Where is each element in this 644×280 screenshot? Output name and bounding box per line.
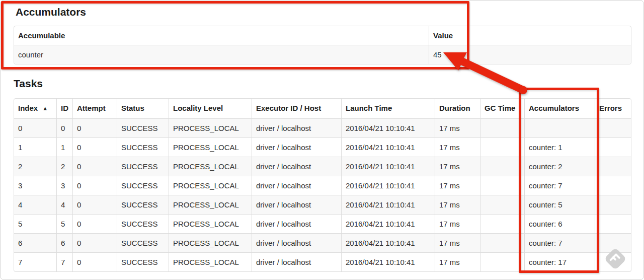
column-header-executor-id-host[interactable]: Executor ID / Host: [252, 99, 341, 118]
column-header-accumulable[interactable]: Accumulable: [14, 26, 429, 45]
accumulable-table: AccumulableValuecounter45: [14, 26, 631, 64]
column-header-launch-time[interactable]: Launch Time: [341, 99, 435, 118]
table-cell: [595, 137, 631, 157]
page-content: Accumulators AccumulableValuecounter45 T…: [1, 6, 643, 272]
column-header-status[interactable]: Status: [117, 99, 169, 118]
table-cell: 2016/04/21 10:10:41: [341, 118, 435, 137]
table-cell: SUCCESS: [117, 176, 169, 195]
table-header-row: AccumulableValue: [14, 26, 631, 45]
table-cell: [595, 233, 631, 252]
table-cell: 2016/04/21 10:10:41: [341, 195, 435, 214]
table-cell: 1: [14, 137, 56, 157]
table-cell: 0: [14, 118, 56, 137]
table-cell: driver / localhost: [252, 233, 341, 252]
table-cell: driver / localhost: [252, 214, 341, 233]
table-cell: 0: [72, 214, 117, 233]
table-cell: 2016/04/21 10:10:41: [341, 233, 435, 252]
table-cell: 2016/04/21 10:10:41: [341, 137, 435, 157]
table-cell: 0: [72, 195, 117, 214]
column-header-id[interactable]: ID: [56, 99, 72, 118]
table-cell: SUCCESS: [117, 252, 169, 271]
spark-ui-page: Accumulators AccumulableValuecounter45 T…: [0, 0, 644, 280]
table-cell: 45: [429, 45, 631, 64]
table-cell: 2016/04/21 10:10:41: [341, 214, 435, 233]
table-cell: 17 ms: [435, 176, 480, 195]
table-row: 550SUCCESSPROCESS_LOCALdriver / localhos…: [14, 214, 631, 233]
table-cell: 5: [14, 214, 56, 233]
table-cell: [595, 252, 631, 271]
column-header-index[interactable]: Index▲: [14, 99, 56, 118]
table-row: 440SUCCESSPROCESS_LOCALdriver / localhos…: [14, 195, 631, 214]
table-cell: driver / localhost: [252, 118, 341, 137]
column-header-errors[interactable]: Errors: [595, 99, 631, 118]
table-cell: SUCCESS: [117, 195, 169, 214]
table-cell: PROCESS_LOCAL: [169, 137, 252, 157]
column-header-accumulators[interactable]: Accumulators: [524, 99, 595, 118]
accumulators-section-title: Accumulators: [16, 6, 630, 18]
table-cell: PROCESS_LOCAL: [169, 195, 252, 214]
sort-asc-icon: ▲: [42, 103, 48, 114]
table-row: 220SUCCESSPROCESS_LOCALdriver / localhos…: [14, 157, 631, 176]
table-cell: 17 ms: [435, 157, 480, 176]
table-cell: 0: [72, 157, 117, 176]
table-cell: PROCESS_LOCAL: [169, 176, 252, 195]
table-row: 770SUCCESSPROCESS_LOCALdriver / localhos…: [14, 252, 631, 271]
table-cell: PROCESS_LOCAL: [169, 233, 252, 252]
table-cell: driver / localhost: [252, 176, 341, 195]
column-header-locality-level[interactable]: Locality Level: [169, 99, 252, 118]
table-cell: 2016/04/21 10:10:41: [341, 157, 435, 176]
table-row: counter45: [14, 45, 631, 64]
table-header-row: Index▲IDAttemptStatusLocality LevelExecu…: [14, 99, 631, 118]
table-cell: 5: [56, 214, 72, 233]
table-cell: 0: [72, 176, 117, 195]
table-cell: 17 ms: [435, 118, 480, 137]
column-header-attempt[interactable]: Attempt: [72, 99, 117, 118]
table-cell: 0: [72, 137, 117, 157]
table-cell: SUCCESS: [117, 214, 169, 233]
table-cell: PROCESS_LOCAL: [169, 214, 252, 233]
table-cell: 4: [14, 195, 56, 214]
column-header-gc-time[interactable]: GC Time: [480, 99, 524, 118]
table-row: 110SUCCESSPROCESS_LOCALdriver / localhos…: [14, 137, 631, 157]
table-cell: [480, 195, 524, 214]
table-cell: counter: 17: [524, 252, 595, 271]
table-cell: counter: 6: [524, 214, 595, 233]
table-cell: counter: 5: [524, 195, 595, 214]
table-cell: 0: [72, 252, 117, 271]
table-cell: counter: 1: [524, 137, 595, 157]
table-cell: [595, 176, 631, 195]
table-cell: SUCCESS: [117, 118, 169, 137]
table-cell: 7: [14, 252, 56, 271]
table-cell: 17 ms: [435, 252, 480, 271]
table-cell: 6: [56, 233, 72, 252]
table-cell: [480, 137, 524, 157]
table-cell: 0: [56, 118, 72, 137]
table-cell: PROCESS_LOCAL: [169, 118, 252, 137]
table-cell: [595, 214, 631, 233]
tasks-section-title: Tasks: [14, 78, 630, 90]
table-cell: 6: [14, 233, 56, 252]
table-cell: PROCESS_LOCAL: [169, 252, 252, 271]
column-header-duration[interactable]: Duration: [435, 99, 480, 118]
table-cell: [595, 118, 631, 137]
column-header-value[interactable]: Value: [429, 26, 631, 45]
table-cell: 3: [56, 176, 72, 195]
table-row: 660SUCCESSPROCESS_LOCALdriver / localhos…: [14, 233, 631, 252]
table-cell: driver / localhost: [252, 195, 341, 214]
table-cell: 17 ms: [435, 137, 480, 157]
table-row: 330SUCCESSPROCESS_LOCALdriver / localhos…: [14, 176, 631, 195]
table-cell: counter: [14, 45, 429, 64]
table-cell: [480, 233, 524, 252]
table-cell: 17 ms: [435, 195, 480, 214]
table-cell: 17 ms: [435, 233, 480, 252]
table-cell: counter: 2: [524, 157, 595, 176]
table-cell: 2016/04/21 10:10:41: [341, 252, 435, 271]
table-cell: 4: [56, 195, 72, 214]
table-cell: SUCCESS: [117, 233, 169, 252]
table-cell: [480, 118, 524, 137]
table-cell: SUCCESS: [117, 137, 169, 157]
table-cell: [595, 157, 631, 176]
table-cell: 1: [56, 137, 72, 157]
table-cell: 0: [72, 118, 117, 137]
table-cell: [524, 118, 595, 137]
